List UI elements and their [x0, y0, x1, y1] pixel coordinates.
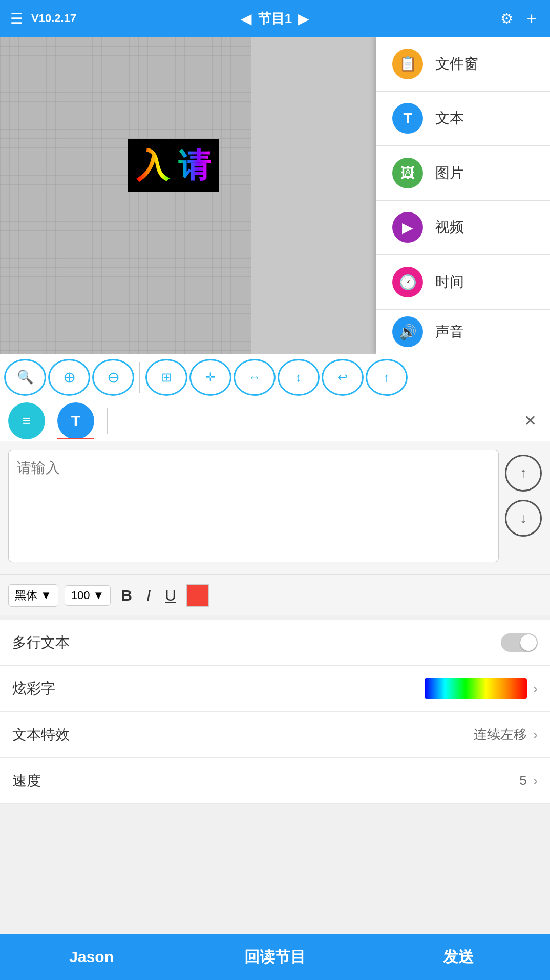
- zoom-out-button[interactable]: ⊖: [92, 359, 134, 396]
- settings-tab-icon: ≡: [23, 413, 31, 429]
- font-family-arrow: ▼: [40, 589, 52, 602]
- toolbar-divider: [139, 362, 140, 393]
- font-toolbar: 黑体 ▼ 100 ▼ B I U: [0, 574, 550, 615]
- multiline-setting-row: 多行文本: [0, 620, 550, 666]
- reload-button[interactable]: 回读节目: [183, 934, 367, 980]
- colorful-setting-row[interactable]: 炫彩字 ›: [0, 666, 550, 712]
- jason-button[interactable]: Jason: [0, 934, 183, 980]
- tab-active-indicator: [57, 438, 94, 439]
- text-icon: T: [392, 103, 423, 134]
- font-size-select[interactable]: 100 ▼: [65, 585, 111, 606]
- font-size-value: 100: [71, 589, 90, 602]
- tab-settings[interactable]: ≡: [8, 402, 45, 439]
- time-label: 时间: [435, 272, 464, 292]
- send-button[interactable]: 发送: [367, 934, 550, 980]
- colorful-label: 炫彩字: [12, 679, 55, 698]
- toggle-knob: [520, 634, 537, 651]
- font-family-value: 黑体: [15, 588, 37, 603]
- scroll-down-button[interactable]: ↓: [505, 500, 542, 537]
- search-button[interactable]: 🔍: [4, 359, 46, 396]
- tab-bar: ≡ T ✕: [0, 400, 550, 441]
- file-icon: 📋: [392, 49, 423, 79]
- settings-icon[interactable]: ⚙: [500, 10, 513, 27]
- move-vertical-button[interactable]: ↕: [278, 359, 320, 396]
- dropdown-menu: 📋 文件窗 T 文本 🖼 图片 ▶ 视频 🕐 时间 🔊 声音: [376, 37, 550, 354]
- image-icon: 🖼: [392, 158, 423, 188]
- arrow-btn-col: ↑ ↓: [505, 450, 542, 537]
- menu-icon[interactable]: ☰: [10, 10, 23, 27]
- header: ☰ V10.2.17 ◀ 节目1 ▶ ⚙ ＋: [0, 0, 550, 37]
- move-horizontal-button[interactable]: ↔: [234, 359, 276, 396]
- zoom-in-button[interactable]: ⊕: [48, 359, 90, 396]
- text-input[interactable]: [8, 450, 499, 562]
- canvas-area[interactable]: 入 请: [0, 37, 251, 354]
- speed-label: 速度: [12, 771, 41, 791]
- canvas-text-preview: 入 请: [136, 147, 211, 184]
- bottom-spacer: [0, 804, 550, 855]
- speed-chevron-icon: ›: [533, 773, 538, 789]
- up-button[interactable]: ↑: [366, 359, 408, 396]
- close-panel-button[interactable]: ✕: [519, 412, 542, 430]
- menu-item-sound[interactable]: 🔊 声音: [376, 310, 550, 354]
- video-icon: ▶: [392, 212, 423, 243]
- rainbow-preview: [425, 678, 527, 699]
- bottom-bar: Jason 回读节目 发送: [0, 934, 550, 980]
- prev-program-button[interactable]: ◀: [241, 10, 252, 27]
- text-label: 文本: [435, 109, 464, 128]
- toolbar-row: 🔍 ⊕ ⊖ ⊞ ✛ ↔ ↕ ↩ ↑: [0, 354, 550, 400]
- underline-button[interactable]: U: [161, 585, 180, 606]
- speed-value: 5: [519, 773, 526, 789]
- menu-item-video[interactable]: ▶ 视频: [376, 201, 550, 255]
- multiline-label: 多行文本: [12, 633, 70, 652]
- image-label: 图片: [435, 163, 464, 183]
- sound-label: 声音: [435, 322, 464, 342]
- menu-item-time[interactable]: 🕐 时间: [376, 255, 550, 310]
- program-title: 节目1: [258, 10, 292, 28]
- version-label: V10.2.17: [31, 12, 76, 25]
- scroll-up-button[interactable]: ↑: [505, 455, 542, 492]
- back-button[interactable]: ↩: [322, 359, 364, 396]
- speed-right: 5 ›: [519, 773, 538, 789]
- canvas-wrapper: 入 请 📋 文件窗 T 文本 🖼 图片 ▶ 视频 🕐 时间 🔊 声音: [0, 37, 550, 354]
- effect-chevron-icon: ›: [533, 727, 538, 743]
- video-label: 视频: [435, 218, 464, 237]
- font-family-select[interactable]: 黑体 ▼: [8, 584, 58, 607]
- add-icon[interactable]: ＋: [523, 7, 540, 30]
- color-picker-button[interactable]: [186, 584, 209, 607]
- font-size-arrow: ▼: [93, 589, 104, 602]
- tab-text[interactable]: T: [57, 402, 94, 439]
- grid-button[interactable]: ⊞: [145, 359, 187, 396]
- colorful-right: ›: [425, 678, 538, 699]
- text-input-row: ↑ ↓: [8, 450, 542, 562]
- move-all-button[interactable]: ✛: [189, 359, 231, 396]
- menu-item-file[interactable]: 📋 文件窗: [376, 37, 550, 92]
- header-center: ◀ 节目1 ▶: [241, 10, 309, 28]
- settings-section: 多行文本 炫彩字 › 文本特效 连续左移 › 速度 5 ›: [0, 620, 550, 804]
- header-right: ⚙ ＋: [500, 7, 540, 30]
- file-label: 文件窗: [435, 54, 478, 74]
- bold-button[interactable]: B: [117, 585, 136, 606]
- tab-separator: [107, 408, 108, 434]
- italic-button[interactable]: I: [142, 585, 155, 606]
- time-icon: 🕐: [392, 267, 423, 297]
- multiline-toggle[interactable]: [501, 633, 538, 652]
- menu-item-text[interactable]: T 文本: [376, 92, 550, 146]
- canvas-text-box: 入 请: [128, 139, 219, 192]
- text-tab-icon: T: [71, 412, 80, 430]
- colorful-chevron-icon: ›: [533, 680, 538, 697]
- menu-item-image[interactable]: 🖼 图片: [376, 146, 550, 201]
- speed-setting-row[interactable]: 速度 5 ›: [0, 758, 550, 804]
- next-program-button[interactable]: ▶: [298, 10, 309, 27]
- effect-right: 连续左移 ›: [474, 726, 538, 743]
- sound-icon: 🔊: [392, 316, 423, 347]
- effect-label: 文本特效: [12, 725, 70, 744]
- effect-value: 连续左移: [474, 726, 527, 743]
- effect-setting-row[interactable]: 文本特效 连续左移 ›: [0, 712, 550, 758]
- header-left: ☰ V10.2.17: [10, 10, 76, 27]
- editor-panel: ↑ ↓: [0, 441, 550, 574]
